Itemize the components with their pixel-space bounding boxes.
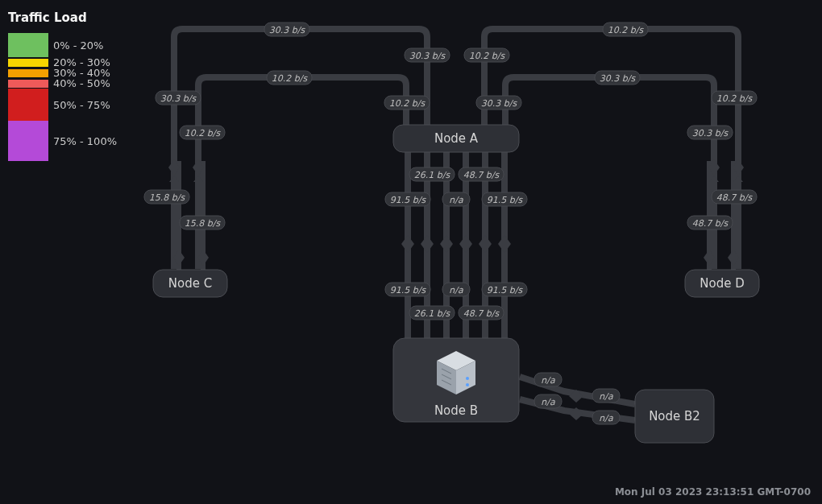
edge-label-text: n/a	[449, 195, 463, 205]
edge-label-text: 30.3 b/s	[481, 98, 518, 109]
edge-label-text: 30.3 b/s	[600, 73, 637, 84]
node-b[interactable]: Node B	[393, 338, 519, 422]
svg-text:Node B: Node B	[434, 403, 478, 418]
svg-marker-17	[459, 235, 472, 253]
edge-label-text: 10.2 b/s	[608, 25, 645, 35]
edge-label-text: 10.2 b/s	[469, 51, 506, 61]
edge-label-text: 26.1 b/s	[414, 170, 451, 180]
edge-a-d-outer	[484, 29, 738, 269]
edge-label-text: 91.5 b/s	[390, 285, 427, 295]
edge-label-text: 48.7 b/s	[463, 170, 500, 180]
edge-label-text: 30.3 b/s	[160, 93, 197, 104]
svg-marker-16	[440, 235, 453, 253]
edge-label-text: n/a	[599, 413, 613, 423]
edge-label-text: 10.2 b/s	[272, 73, 309, 84]
edge-label-text: 91.5 b/s	[487, 195, 524, 205]
svg-text:Node A: Node A	[434, 131, 479, 146]
svg-marker-19	[498, 235, 511, 253]
node-c[interactable]: Node C	[153, 270, 227, 297]
edge-label-text: 10.2 b/s	[389, 98, 426, 109]
svg-point-39	[466, 377, 469, 380]
network-topology-diagram: 30.3 b/s10.2 b/s30.3 b/s10.2 b/s10.2 b/s…	[0, 0, 822, 504]
svg-text:Node B2: Node B2	[649, 409, 700, 423]
edge-label-text: n/a	[541, 375, 555, 386]
svg-text:Node D: Node D	[700, 276, 744, 291]
svg-marker-15	[421, 235, 434, 253]
edge-label-text: 15.8 b/s	[149, 192, 186, 203]
edge-label-text: 91.5 b/s	[390, 195, 427, 205]
edge-label-text: 30.3 b/s	[692, 128, 729, 138]
svg-marker-14	[401, 235, 414, 253]
edge-label-text: n/a	[449, 285, 463, 295]
edge-label-text: 48.7 b/s	[692, 218, 729, 229]
node-a[interactable]: Node A	[393, 125, 519, 152]
edge-label-text: n/a	[541, 397, 555, 407]
timestamp: Mon Jul 03 2023 23:13:51 GMT-0700	[615, 486, 811, 498]
edge-label-text: 30.3 b/s	[409, 51, 446, 61]
edge-label-text: n/a	[599, 391, 613, 402]
edge-label-text: 10.2 b/s	[185, 128, 222, 138]
edge-label-text: 30.3 b/s	[269, 25, 306, 35]
edge-a-c-outer	[174, 29, 427, 269]
svg-point-40	[466, 383, 469, 386]
edge-a-c-inner	[198, 77, 406, 269]
edge-label-text: 15.8 b/s	[185, 218, 222, 229]
svg-text:Node C: Node C	[168, 276, 212, 291]
edge-a-d-inner	[505, 77, 714, 269]
edge-label-text: 48.7 b/s	[716, 192, 754, 203]
edge-label-text: 10.2 b/s	[716, 93, 754, 104]
node-b2[interactable]: Node B2	[635, 390, 714, 443]
edge-label-text: 91.5 b/s	[487, 285, 524, 295]
node-d[interactable]: Node D	[685, 270, 759, 297]
svg-marker-18	[479, 235, 492, 253]
edge-label-text: 48.7 b/s	[463, 308, 500, 319]
edge-label-text: 26.1 b/s	[414, 308, 451, 319]
